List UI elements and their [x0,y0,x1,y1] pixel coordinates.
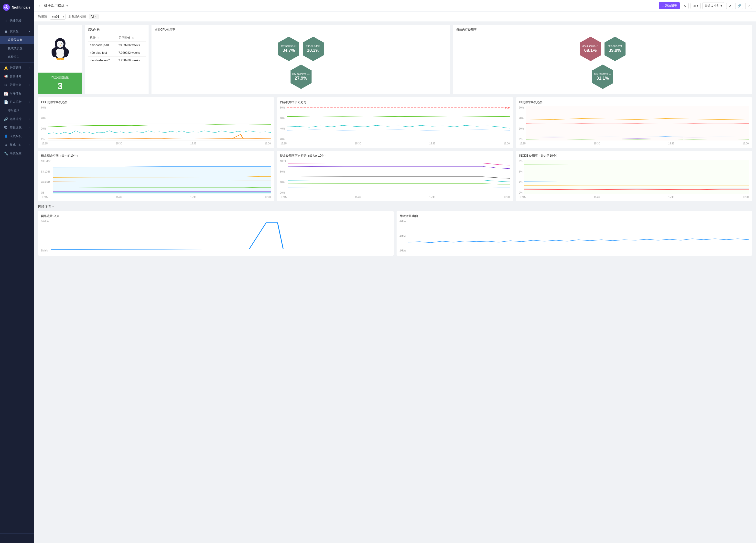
outbound-body: 6Mb/s 4Mb/s 2Mb/s [400,220,749,253]
source-select-wrapper[interactable]: vm01 [50,14,65,20]
sort-icon[interactable]: ⇅ [132,36,134,39]
source-select[interactable]: vm01 [50,14,65,20]
hex-value: 27.9% [292,76,310,81]
mem-hex-3: dev-flasheye-01 31.1% [592,64,614,89]
fullscreen-button[interactable]: ⤢ [745,3,752,9]
machine-name: dev-backup-01 [88,42,117,49]
hex-name: dev-flasheye-01 [292,73,310,75]
chevron-icon: › [30,92,30,95]
sidebar-item-label: 集成仪表盘 [8,46,22,51]
sidebar-item-integration[interactable]: ⚙ 集成中心 › [0,141,34,149]
sidebar-item-infrastructure[interactable]: 🏗 基础设施 › [0,123,34,132]
sidebar-item-log-analysis[interactable]: 📄 日志分析 › [0,98,34,106]
sidebar-logo: Nightingale [0,0,34,15]
hex-name: dev-backup-01 [582,45,598,47]
network-outbound-card: 网络流量-出向 6Mb/s 4Mb/s 2Mb/s [397,211,752,256]
settings-button[interactable]: ⚙ [726,3,733,9]
inode-card: INODE 使用率（最大的10个） 8% 6% 4% 2% [516,151,752,201]
hex-value: 31.1% [594,76,611,81]
uptime-col-uptime: 启动时长 ⇅ [117,34,146,42]
title-arrow[interactable]: ▾ [66,4,68,8]
sidebar-item-integrated-dashboard[interactable]: 集成仪表盘 [0,44,34,53]
sidebar-item-alert-self-heal[interactable]: ✉ 告警自愈 › [0,81,34,89]
chart-plot [524,160,749,195]
back-icon[interactable]: ← [38,4,42,8]
tag-close-icon[interactable]: ✕ [95,15,97,18]
disk-usage-title: 硬盘使用率历史趋势（最大的10个） [280,154,510,158]
hex-name: n9e-plus-test [306,45,320,47]
io-trend-body: 30% 20% 10% 0% [519,106,749,141]
svg-rect-20 [48,106,271,141]
sidebar: Nightingale ⊞ 快捷跳转 ▣ 仪表盘 ▾ 监控仪表盘 集成仪表盘 巡… [0,0,34,543]
time-range-button[interactable]: 最近 1 小时 ▾ [702,2,724,9]
sort-icon[interactable]: ⇅ [97,36,99,39]
charts-row-2: 磁盘剩余空间（最小的10个） 139.7GiB 93.1GiB 46.6GiB … [38,151,752,201]
chevron-icon: › [30,75,30,78]
cpu-hex-row2: dev-flasheye-01 27.9% [156,64,445,89]
sidebar-bottom[interactable]: ☰ [0,533,34,543]
svg-rect-25 [524,160,749,194]
y-axis: 139.7GiB 93.1GiB 46.6GiB 0B [41,160,52,194]
sidebar-item-label: 巡检报告 [8,55,20,59]
inbound-body: 10Mb/s 5Mb/s [41,220,391,253]
sidebar-item-instant-query[interactable]: 即时查询 [0,106,34,115]
sidebar-item-alert-management[interactable]: 🔔 告警管理 › [0,64,34,72]
cpu-card: 当前CPU使用率 dev-backup-01 34.7% [151,25,450,94]
uptime-col-machine: 机器 ⇅ [88,34,117,42]
logo-text: Nightingale [12,5,30,9]
sidebar-item-label: 基础设施 [10,126,22,130]
topbar-left: ← 机器常用指标 ▾ [38,4,68,8]
group-label: 业务组内机器 [68,15,86,19]
hex-value: 10.3% [306,48,320,53]
svg-marker-24 [53,167,271,194]
hex-value: 34.7% [281,48,297,53]
share-icon: 🔗 [737,4,741,8]
chevron-icon: › [30,143,30,146]
notify-icon: 📢 [4,75,8,78]
hex-name: dev-flasheye-01 [594,73,611,75]
uptime-value: 2.280766 weeks [117,57,146,64]
network-title: 网络详情 [38,204,51,209]
svg-point-8 [61,43,62,44]
x-axis: 15:15 15:30 15:45 16:00 [519,196,749,198]
inode-body: 8% 6% 4% 2% [519,160,749,195]
sidebar-item-people-org[interactable]: 👤 人员组织 › [0,132,34,141]
inbound-title: 网络流量-入向 [41,214,391,218]
mem-hex-2: n9e-plus-test 39.9% [604,36,626,62]
io-trend-title: IO使用率历史趋势 [519,100,749,104]
disk-usage-card: 硬盘使用率历史趋势（最大的10个） 100% 80% 60% 20% [277,151,513,201]
sidebar-item-label: 时序指标 [10,91,22,96]
uptime-row: dev-flasheye-01 2.280766 weeks [88,57,146,64]
infra-icon: 🏗 [4,126,8,130]
sidebar-item-monitor-dashboard[interactable]: 监控仪表盘 [0,36,34,44]
people-icon: 👤 [4,134,8,138]
sidebar-item-trace[interactable]: 🔗 链路追踪 › [0,115,34,123]
add-chart-button[interactable]: ⊞ 添加图表 [659,2,680,9]
sidebar-item-dashboard[interactable]: ▣ 仪表盘 ▾ [0,27,34,36]
sidebar-item-label: 告警自愈 [10,83,22,87]
uptime-card: 启动时长 机器 ⇅ 启动时长 ⇅ [85,25,149,94]
integration-icon: ⚙ [4,143,8,147]
refresh-button[interactable]: ↻ [682,3,689,9]
sidebar-item-alert-notify[interactable]: 📢 告警通知 › [0,72,34,81]
network-arrow[interactable]: ▾ [52,205,54,208]
group-tag[interactable]: All ✕ [89,14,98,19]
share-button[interactable]: 🔗 [735,3,743,9]
chevron-down-icon: ▾ [29,30,30,33]
cpu-trend-card: CPU使用率历史趋势 60% 40% 20% 0% [38,97,274,148]
sidebar-item-label: 日志分析 [10,100,22,104]
self-heal-icon: ✉ [4,83,8,87]
svg-point-2 [56,48,65,58]
sidebar-item-patrol-report[interactable]: 巡检报告 [0,53,34,61]
live-machines-label: 存活机器数量 [51,76,69,80]
sidebar-item-quick-jump[interactable]: ⊞ 快捷跳转 [0,16,34,25]
refresh-icon: ↻ [684,4,686,8]
cpu-title: 当前CPU使用率 [154,28,447,32]
sidebar-item-label: 系统配置 [10,151,22,155]
sidebar-item-sys-config[interactable]: 🔧 系统配置 › [0,149,34,158]
gear-icon: ⚙ [728,4,731,8]
cpu-hex-container: dev-backup-01 34.7% n9e-plus-test 10.3% [154,34,447,91]
left-panel: 存活机器数量 3 [38,25,82,94]
sidebar-item-time-metrics[interactable]: 📈 时序指标 › [0,89,34,98]
auto-refresh-button[interactable]: off ▾ [691,3,701,9]
